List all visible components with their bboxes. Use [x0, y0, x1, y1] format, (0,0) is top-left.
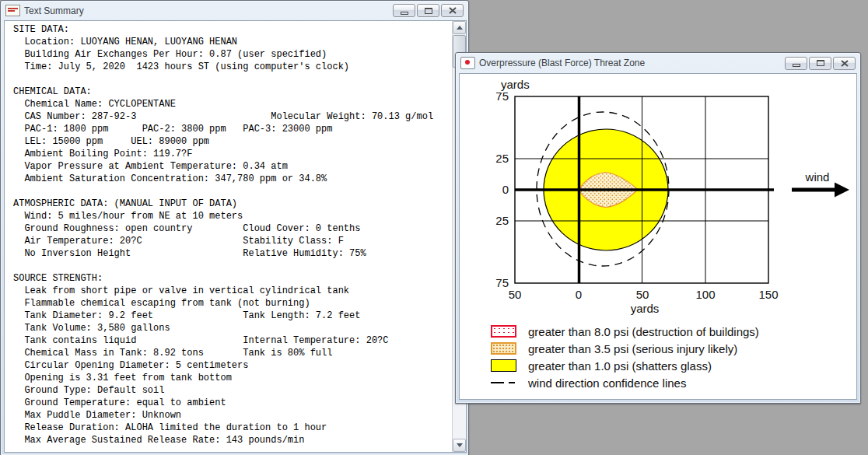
legend-item-confidence: wind direction confidence lines	[491, 374, 686, 391]
legend-label-red: greater than 8.0 psi (destruction of bui…	[528, 325, 759, 338]
x-tick-0: 0	[559, 288, 598, 302]
scroll-up-button[interactable]	[453, 21, 466, 34]
red-zone-swatch-icon	[491, 325, 516, 338]
text-summary-titlebar[interactable]: Text Summary	[4, 1, 465, 20]
text-summary-viewport[interactable]: SITE DATA: Location: LUOYANG HENAN, LUOY…	[4, 20, 467, 453]
threat-zone-window: Overpressure (Blast Force) Threat Zone	[455, 52, 861, 404]
wind-arrow-icon	[792, 183, 849, 198]
scroll-down-button[interactable]	[453, 439, 466, 452]
maximize-icon	[817, 60, 824, 66]
y-tick-25-bottom: 25	[478, 214, 509, 228]
text-summary-title: Text Summary	[24, 5, 389, 16]
x-axis-unit-label: yards	[606, 302, 684, 316]
x-tick-100: 100	[686, 288, 725, 302]
close-icon	[449, 7, 457, 14]
threat-zone-title: Overpressure (Blast Force) Threat Zone	[479, 58, 781, 68]
legend-item-orange: greater than 3.5 psi (serious injury lik…	[491, 340, 737, 357]
close-button[interactable]	[441, 4, 464, 17]
minimize-button[interactable]	[785, 57, 807, 70]
x-tick-50: 50	[623, 288, 662, 302]
maximize-icon	[425, 8, 432, 14]
desktop: { "text_summary_window": { "title": "Tex…	[0, 0, 868, 455]
threat-zone-titlebar[interactable]: Overpressure (Blast Force) Threat Zone	[459, 53, 857, 73]
text-document-icon	[5, 5, 20, 16]
minimize-icon	[793, 64, 800, 67]
legend-label-confidence: wind direction confidence lines	[528, 376, 686, 390]
minimize-icon	[401, 12, 408, 15]
minimize-button[interactable]	[393, 4, 415, 17]
y-tick-75-top: 75	[478, 89, 509, 103]
legend-label-yellow: greater than 1.0 psi (shatters glass)	[528, 359, 712, 373]
x-tick-neg50: 50	[495, 288, 534, 302]
legend-item-yellow: greater than 1.0 psi (shatters glass)	[491, 357, 712, 374]
close-button[interactable]	[833, 57, 856, 70]
legend-label-orange: greater than 3.5 psi (serious injury lik…	[528, 342, 737, 355]
orange-zone-swatch-icon	[491, 342, 516, 355]
yellow-zone-swatch-icon	[491, 359, 516, 372]
wind-label: wind	[794, 170, 841, 184]
maximize-button[interactable]	[809, 57, 831, 70]
text-summary-window: Text Summary SITE DATA: Location: LUOYAN…	[0, 0, 469, 455]
arrow-up-icon	[457, 26, 463, 30]
threat-zone-canvas: yards 75 25 0 25 75 50 0 50 100 150 yard…	[459, 73, 857, 400]
x-tick-150: 150	[749, 288, 788, 302]
arrow-down-icon	[457, 443, 463, 447]
y-tick-0: 0	[478, 183, 509, 197]
legend-item-red: greater than 8.0 psi (destruction of bui…	[491, 323, 759, 340]
text-summary-content: SITE DATA: Location: LUOYANG HENAN, LUOY…	[5, 21, 466, 446]
maximize-button[interactable]	[417, 4, 439, 17]
threat-plot-icon	[460, 57, 475, 69]
close-icon	[841, 60, 849, 67]
dashed-line-icon	[491, 382, 516, 383]
y-tick-25-top: 25	[478, 152, 509, 166]
